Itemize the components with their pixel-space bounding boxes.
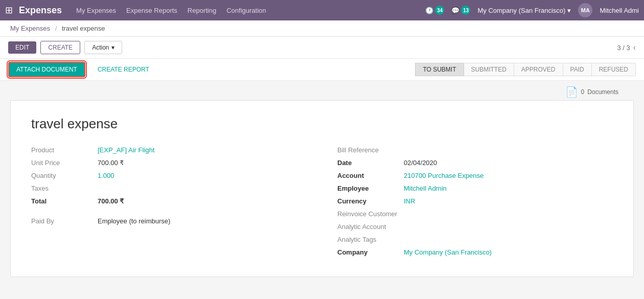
status-bar: TO SUBMIT SUBMITTED APPROVED PAID REFUSE… <box>415 63 636 76</box>
user-initials: MA <box>581 7 590 13</box>
analytic-tags-label: Analytic Tags <box>337 236 404 243</box>
attach-document-button[interactable]: ATTACH DOCUMENT <box>8 62 85 77</box>
status-approved[interactable]: APPROVED <box>514 63 563 76</box>
form-right: Bill Reference Date 02/04/2020 Account 2… <box>307 146 613 261</box>
field-paid-by: Paid By Employee (to reimburse) <box>31 217 307 225</box>
chat-badge-button[interactable]: 💬 13 <box>451 6 470 15</box>
chevron-down-icon: ▾ <box>567 7 571 14</box>
grid-icon[interactable]: ⊞ <box>5 5 13 16</box>
taxes-label: Taxes <box>31 185 98 192</box>
create-button[interactable]: CREATE <box>40 41 80 54</box>
app-title: Expenses <box>19 5 62 16</box>
nav-right: 🕐 34 💬 13 My Company (San Francisco) ▾ M… <box>425 3 639 17</box>
nav-reporting[interactable]: Reporting <box>188 7 216 14</box>
breadcrumb-parent[interactable]: My Expenses <box>10 25 50 32</box>
action-chevron-icon: ▾ <box>111 44 114 51</box>
form-card: travel expense Product [EXP_AF] Air Flig… <box>10 100 634 277</box>
company-label: Company <box>337 248 404 256</box>
currency-label: Currency <box>337 197 404 205</box>
action-button[interactable]: Action ▾ <box>84 41 122 54</box>
date-value: 02/04/2020 <box>404 159 437 167</box>
field-unit-price: Unit Price 700.00 ₹ <box>31 159 307 167</box>
form-left: Product [EXP_AF] Air Flight Unit Price 7… <box>31 146 307 261</box>
create-report-button[interactable]: CREATE REPORT <box>90 63 156 76</box>
quantity-value[interactable]: 1.000 <box>98 172 114 179</box>
status-submitted[interactable]: SUBMITTED <box>464 63 514 76</box>
clock-badge: 34 <box>435 6 444 15</box>
date-label: Date <box>337 159 404 167</box>
total-label: Total <box>31 197 98 205</box>
pagination-text: 3 / 3 <box>617 44 630 52</box>
clock-badge-button[interactable]: 🕐 34 <box>425 6 444 15</box>
field-bill-reference: Bill Reference <box>337 146 613 154</box>
field-analytic-tags: Analytic Tags <box>337 236 613 243</box>
field-employee: Employee Mitchell Admin <box>337 185 613 192</box>
pagination-prev-icon[interactable]: ‹ <box>633 43 636 52</box>
reinvoice-label: Reinvoice Customer <box>337 210 404 218</box>
status-to-submit[interactable]: TO SUBMIT <box>415 63 464 76</box>
status-refused[interactable]: REFUSED <box>592 63 636 76</box>
field-account: Account 210700 Purchase Expense <box>337 172 613 179</box>
main-toolbar: EDIT CREATE Action ▾ 3 / 3 ‹ <box>0 37 644 59</box>
quantity-label: Quantity <box>31 172 98 179</box>
doc-count-bar: 📄 0 Documents <box>10 81 634 100</box>
top-navigation: ⊞ Expenses My Expenses Expense Reports R… <box>0 0 644 20</box>
employee-value[interactable]: Mitchell Admin <box>404 185 447 192</box>
field-product: Product [EXP_AF] Air Flight <box>31 146 307 154</box>
form-grid: Product [EXP_AF] Air Flight Unit Price 7… <box>31 146 613 261</box>
action-label: Action <box>92 44 109 51</box>
nav-configuration[interactable]: Configuration <box>226 7 266 14</box>
product-label: Product <box>31 146 98 154</box>
employee-label: Employee <box>337 185 404 192</box>
status-paid[interactable]: PAID <box>563 63 592 76</box>
document-icon: 📄 <box>565 86 578 98</box>
chat-badge: 13 <box>461 6 470 15</box>
field-company: Company My Company (San Francisco) <box>337 248 613 256</box>
pagination: 3 / 3 ‹ <box>617 43 636 52</box>
document-count: 0 <box>581 88 585 96</box>
secondary-toolbar: ATTACH DOCUMENT CREATE REPORT TO SUBMIT … <box>0 59 644 81</box>
paid-by-value: Employee (to reimburse) <box>98 217 170 225</box>
company-value[interactable]: My Company (San Francisco) <box>404 248 492 256</box>
chat-icon: 💬 <box>451 7 459 14</box>
form-title: travel expense <box>31 116 613 132</box>
field-analytic-account: Analytic Account <box>337 223 613 231</box>
nav-expense-reports[interactable]: Expense Reports <box>126 7 177 14</box>
nav-links: My Expenses Expense Reports Reporting Co… <box>76 7 421 14</box>
field-currency: Currency INR <box>337 197 613 205</box>
bill-reference-label: Bill Reference <box>337 146 404 154</box>
account-label: Account <box>337 172 404 179</box>
field-quantity: Quantity 1.000 <box>31 172 307 179</box>
clock-icon: 🕐 <box>425 7 433 14</box>
company-name: My Company (San Francisco) <box>477 7 565 14</box>
nav-my-expenses[interactable]: My Expenses <box>76 7 116 14</box>
total-value: 700.00 ₹ <box>98 197 124 205</box>
breadcrumb-current: travel expense <box>62 25 105 32</box>
product-value[interactable]: [EXP_AF] Air Flight <box>98 146 154 154</box>
analytic-account-label: Analytic Account <box>337 223 404 231</box>
user-avatar[interactable]: MA <box>578 3 592 17</box>
unit-price-label: Unit Price <box>31 159 98 167</box>
content-area: 📄 0 Documents travel expense Product [EX… <box>0 81 644 287</box>
field-reinvoice: Reinvoice Customer <box>337 210 613 218</box>
account-value[interactable]: 210700 Purchase Expense <box>404 172 484 179</box>
breadcrumb-separator: / <box>55 25 57 32</box>
breadcrumb: My Expenses / travel expense <box>0 20 644 37</box>
user-name: Mitchell Admi <box>600 7 639 14</box>
field-date: Date 02/04/2020 <box>337 159 613 167</box>
unit-price-value: 700.00 ₹ <box>98 159 124 167</box>
field-taxes: Taxes <box>31 185 307 192</box>
document-label: Documents <box>587 88 618 96</box>
edit-button[interactable]: EDIT <box>8 41 36 54</box>
company-selector[interactable]: My Company (San Francisco) ▾ <box>477 7 571 14</box>
paid-by-label: Paid By <box>31 217 98 225</box>
field-total: Total 700.00 ₹ <box>31 197 307 205</box>
currency-value[interactable]: INR <box>404 197 415 205</box>
